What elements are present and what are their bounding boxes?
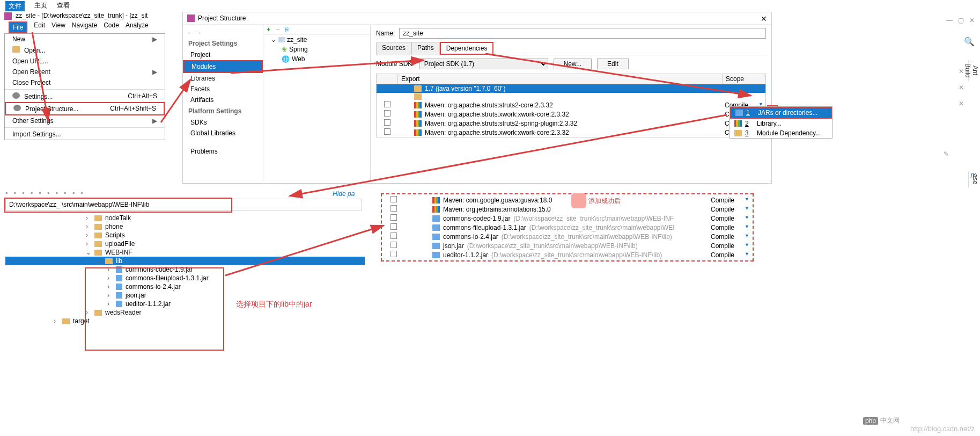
module-main: Name: Sources Paths Dependencies Module … bbox=[371, 25, 771, 181]
dependency-row[interactable]: json.jar (D:\workspace\zz_site_trunk\src… bbox=[383, 241, 751, 250]
name-input[interactable] bbox=[399, 28, 766, 39]
dependency-row[interactable]: Maven: org.apache.struts:struts2-core:2.… bbox=[377, 100, 765, 110]
facet-web[interactable]: 🌐Web bbox=[263, 54, 370, 64]
dependency-row[interactable]: Maven: org.apache.struts.xwork:xwork-cor… bbox=[377, 128, 765, 137]
close-button[interactable]: ✕ bbox=[761, 14, 767, 23]
dependency-row[interactable] bbox=[377, 93, 765, 100]
remove-icon[interactable]: − bbox=[276, 26, 279, 33]
export-checkbox[interactable] bbox=[390, 223, 397, 230]
export-checkbox[interactable] bbox=[390, 214, 397, 221]
dependency-row[interactable]: Maven: org.apache.struts.xwork:xwork-cor… bbox=[377, 110, 765, 119]
tree-jar[interactable]: ›commons-io-2.4.jar bbox=[5, 282, 365, 291]
search-icon[interactable]: 🔍 bbox=[964, 37, 975, 47]
dependency-row[interactable]: Maven: org.jetbrains:annotations:15.0 Co… bbox=[383, 205, 751, 214]
tree-folder[interactable]: ›Scripts bbox=[5, 231, 365, 239]
dependency-row[interactable]: Maven: org.apache.struts:struts2-spring-… bbox=[377, 119, 765, 128]
sidebar-project[interactable]: Project bbox=[183, 49, 263, 60]
tree-folder[interactable]: ›uploadFile bbox=[5, 239, 365, 248]
jar-icon bbox=[116, 284, 122, 290]
maximize-icon[interactable]: ▢ bbox=[958, 17, 964, 24]
menu-code[interactable]: Code bbox=[104, 21, 119, 33]
menu-view[interactable]: View bbox=[51, 21, 65, 33]
menu-close-project[interactable]: Close Project bbox=[5, 77, 165, 88]
add-module-dep[interactable]: 3 Module Dependency... bbox=[730, 128, 832, 138]
jar-icon bbox=[116, 275, 122, 281]
tab-view[interactable]: 查看 bbox=[57, 1, 70, 11]
sidebar-sdks[interactable]: SDKs bbox=[183, 117, 263, 128]
database-tab[interactable]: ase bbox=[968, 171, 980, 187]
menu-other-settings[interactable]: Other Settings▶ bbox=[5, 115, 165, 126]
close-icon[interactable]: ✕ bbox=[969, 17, 975, 24]
copy-icon[interactable]: ⎘ bbox=[285, 26, 289, 33]
tab-paths[interactable]: Paths bbox=[411, 42, 440, 55]
sidebar-problems[interactable]: Problems bbox=[183, 146, 263, 157]
menu-navigate[interactable]: Navigate bbox=[72, 21, 97, 33]
tree-folder-target[interactable]: ›target bbox=[5, 317, 365, 325]
dependency-row[interactable]: Maven: com.google.guava:guava:18.0 Compi… bbox=[383, 195, 751, 205]
tree-jar[interactable]: ›commons-codec-1.9.jar bbox=[5, 265, 365, 274]
tab-home[interactable]: 主页 bbox=[34, 1, 47, 11]
path-input[interactable]: D:\workspace\zz_ \src\main\webapp\WEB-IN… bbox=[5, 199, 362, 210]
export-checkbox[interactable] bbox=[390, 196, 397, 202]
export-checkbox[interactable] bbox=[390, 251, 397, 257]
tree-folder[interactable]: ›phone bbox=[5, 222, 365, 231]
sdk-select[interactable]: Project SDK (1.7) bbox=[419, 59, 548, 69]
close-icon[interactable]: ✕ bbox=[959, 68, 964, 75]
menu-file[interactable]: File bbox=[9, 21, 27, 33]
tab-file[interactable]: 文件 bbox=[5, 1, 25, 11]
export-checkbox[interactable] bbox=[384, 101, 390, 107]
edit-icon[interactable]: ✎ bbox=[944, 150, 949, 158]
sidebar-facets[interactable]: Facets bbox=[183, 84, 263, 95]
tree-folder-webinf[interactable]: ⌄WEB-INF bbox=[5, 248, 365, 257]
menu-open-recent[interactable]: Open Recent▶ bbox=[5, 67, 165, 77]
ant-build-tab[interactable]: Ant Build bbox=[968, 60, 980, 81]
tab-dependencies[interactable]: Dependencies bbox=[440, 42, 494, 55]
folder-icon bbox=[94, 310, 102, 316]
tree-folder[interactable]: ›wedsReader bbox=[5, 308, 365, 317]
dependency-row[interactable]: commons-io-2.4.jar (D:\workspace\zz_site… bbox=[383, 232, 751, 241]
tree-folder-lib[interactable]: ⌄lib bbox=[5, 257, 365, 265]
menu-import-settings[interactable]: Import Settings... bbox=[5, 129, 165, 140]
menu-edit[interactable]: Edit bbox=[34, 21, 45, 33]
export-checkbox[interactable] bbox=[390, 232, 397, 239]
dependency-row[interactable]: ueditor-1.1.2.jar (D:\workspace\zz_site_… bbox=[383, 250, 751, 259]
sidebar-modules[interactable]: Modules bbox=[183, 60, 263, 73]
tree-jar[interactable]: ›json.jar bbox=[5, 291, 365, 300]
menu-open-url[interactable]: Open URL... bbox=[5, 56, 165, 67]
menu-settings[interactable]: Settings...Ctrl+Alt+S bbox=[5, 91, 165, 102]
jar-icon bbox=[735, 110, 743, 116]
menu-new[interactable]: New▶ bbox=[5, 34, 165, 45]
export-checkbox[interactable] bbox=[384, 110, 390, 117]
lib-icon bbox=[414, 93, 422, 100]
export-checkbox[interactable] bbox=[390, 242, 397, 248]
dependency-row[interactable]: commons-fileupload-1.3.1.jar (D:\workspa… bbox=[383, 223, 751, 232]
close-icon[interactable]: ✕ bbox=[959, 84, 964, 91]
edit-button[interactable]: Edit bbox=[597, 59, 629, 69]
facet-spring[interactable]: ❀Spring bbox=[263, 45, 370, 54]
menu-analyze[interactable]: Analyze bbox=[126, 21, 149, 33]
add-icon[interactable]: + bbox=[267, 26, 270, 33]
menu-project-structure[interactable]: Project Structure...Ctrl+Alt+Shift+S bbox=[5, 102, 165, 115]
tree-jar[interactable]: ›commons-fileupload-1.3.1.jar bbox=[5, 274, 365, 282]
menu-open[interactable]: Open... bbox=[5, 45, 165, 56]
minimize-icon[interactable]: — bbox=[946, 17, 953, 24]
folder-icon bbox=[94, 224, 102, 230]
ribbon-tabs: 文件 主页 查看 bbox=[0, 0, 75, 12]
tree-folder[interactable]: ›nodeTalk bbox=[5, 214, 365, 222]
dependency-row[interactable]: 1.7 (java version "1.7.0_60") bbox=[377, 84, 765, 93]
hide-path-link[interactable]: Hide pa bbox=[333, 190, 355, 198]
export-checkbox[interactable] bbox=[384, 119, 390, 126]
nav-arrows[interactable]: ← → bbox=[183, 28, 263, 38]
module-root[interactable]: ⌄zz_site bbox=[263, 35, 370, 45]
add-jars[interactable]: 1 JARs or directories... bbox=[731, 108, 831, 118]
export-checkbox[interactable] bbox=[390, 205, 397, 212]
new-button[interactable]: New... bbox=[554, 59, 592, 69]
sidebar-libraries[interactable]: Libraries bbox=[183, 73, 263, 84]
tab-sources[interactable]: Sources bbox=[376, 42, 411, 55]
add-library[interactable]: 2 Library... bbox=[730, 119, 832, 128]
sidebar-global-libs[interactable]: Global Libraries bbox=[183, 128, 263, 139]
sidebar-artifacts[interactable]: Artifacts bbox=[183, 95, 263, 105]
dependency-row[interactable]: commons-codec-1.9.jar (D:\workspace\zz_s… bbox=[383, 214, 751, 223]
close-icon[interactable]: ✕ bbox=[959, 100, 964, 107]
export-checkbox[interactable] bbox=[384, 128, 390, 135]
